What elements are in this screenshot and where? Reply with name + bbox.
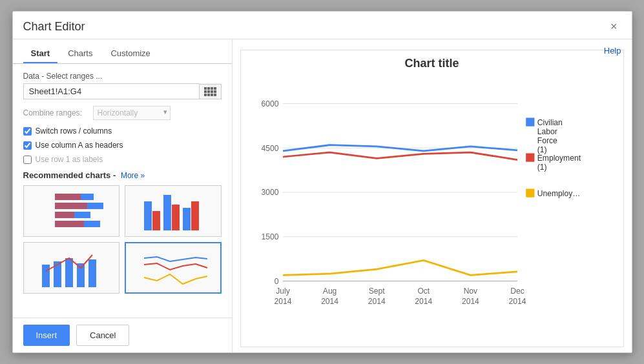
svg-text:Employment: Employment [537, 154, 581, 163]
switch-rows-row: Switch rows / columns [23, 126, 222, 136]
combine-select-wrapper[interactable]: Horizontally [93, 106, 171, 120]
thumb-2-svg [138, 188, 209, 234]
range-input[interactable] [23, 83, 200, 99]
combine-select[interactable]: Horizontally [93, 106, 171, 120]
help-link[interactable]: Help [604, 46, 621, 56]
dialog-header: Chart Editor × [13, 12, 632, 39]
svg-rect-18 [88, 259, 96, 287]
use-row-1-checkbox[interactable] [23, 156, 32, 164]
left-content: Data - Select ranges ... [13, 64, 232, 318]
chart-editor-dialog: Chart Editor × Start Charts Customize Da… [12, 11, 632, 353]
svg-text:2014: 2014 [321, 297, 338, 306]
thumb-1-svg [36, 188, 107, 234]
svg-rect-13 [191, 201, 199, 230]
svg-text:0: 0 [274, 277, 278, 286]
tab-customize[interactable]: Customize [103, 45, 158, 63]
insert-button[interactable]: Insert [23, 325, 70, 346]
dialog-title: Chart Editor [23, 20, 85, 34]
recommended-section: Recommended charts - More » [23, 170, 222, 294]
combine-row: Combine ranges: Horizontally [23, 106, 222, 120]
svg-rect-5 [55, 212, 74, 218]
svg-text:2014: 2014 [461, 297, 479, 306]
grid-select-button[interactable] [200, 84, 222, 99]
chart-thumb-3[interactable] [23, 242, 120, 294]
right-panel: Help Chart title 01500300045006000July20… [233, 39, 632, 352]
svg-rect-11 [172, 205, 180, 230]
svg-text:2014: 2014 [368, 297, 385, 306]
svg-text:Nov: Nov [463, 287, 477, 296]
svg-text:6000: 6000 [261, 99, 278, 108]
chart-thumb-1[interactable] [23, 185, 120, 237]
svg-text:Sept: Sept [368, 287, 385, 296]
chart-title: Chart title [404, 57, 459, 70]
svg-text:2014: 2014 [415, 297, 432, 306]
left-panel: Start Charts Customize Data - Select ran… [13, 39, 233, 352]
tab-start[interactable]: Start [23, 45, 58, 63]
svg-rect-9 [152, 211, 160, 230]
svg-text:Force: Force [537, 136, 557, 145]
svg-text:Labor: Labor [537, 127, 557, 136]
combine-label: Combine ranges: [23, 108, 88, 117]
use-row-1-row: Use row 1 as labels [23, 155, 222, 164]
chart-thumb-2[interactable] [125, 185, 222, 237]
thumb-4-svg [138, 245, 209, 290]
main-chart-svg: 01500300045006000July2014Aug2014Sept2014… [247, 73, 617, 340]
svg-rect-8 [144, 201, 152, 230]
svg-text:1500: 1500 [261, 232, 278, 241]
data-label: Data - Select ranges ... [23, 72, 222, 81]
cancel-button[interactable]: Cancel [76, 325, 129, 346]
close-button[interactable]: × [607, 19, 621, 34]
recommended-title: Recommended charts - More » [23, 170, 222, 180]
switch-rows-checkbox[interactable] [23, 127, 32, 136]
svg-rect-10 [163, 195, 171, 230]
svg-rect-14 [42, 265, 50, 287]
svg-rect-46 [526, 154, 534, 162]
svg-rect-16 [65, 258, 73, 287]
thumb-3-svg [36, 245, 107, 290]
svg-rect-3 [55, 203, 87, 209]
dialog-footer: Insert Cancel [13, 318, 232, 352]
switch-rows-label[interactable]: Switch rows / columns [36, 126, 112, 136]
svg-rect-7 [55, 221, 84, 227]
svg-rect-41 [526, 118, 534, 126]
svg-text:Dec: Dec [510, 287, 525, 296]
use-column-a-checkbox[interactable] [23, 141, 32, 150]
svg-text:2014: 2014 [508, 297, 526, 306]
svg-text:2014: 2014 [274, 297, 291, 306]
svg-text:3000: 3000 [261, 188, 278, 197]
svg-text:Aug: Aug [322, 287, 337, 296]
range-input-row [23, 83, 222, 99]
chart-area: Chart title 01500300045006000July2014Aug… [240, 50, 624, 347]
more-link[interactable]: More » [121, 171, 145, 180]
dialog-body: Start Charts Customize Data - Select ran… [13, 39, 632, 352]
use-column-a-label[interactable]: Use column A as headers [36, 141, 123, 150]
svg-text:Oct: Oct [417, 287, 430, 296]
use-row-1-label[interactable]: Use row 1 as labels [36, 155, 103, 164]
use-column-a-row: Use column A as headers [23, 141, 222, 150]
svg-text:Unemploy…: Unemploy… [537, 189, 580, 198]
chart-thumbnails [23, 185, 222, 294]
svg-text:July: July [276, 287, 290, 296]
tab-charts[interactable]: Charts [60, 45, 100, 63]
chart-thumb-4[interactable] [125, 242, 222, 294]
svg-text:Civilian: Civilian [537, 118, 562, 127]
svg-rect-49 [526, 189, 534, 197]
svg-rect-1 [55, 194, 81, 200]
svg-rect-12 [183, 208, 191, 230]
svg-text:(1): (1) [537, 163, 546, 172]
svg-text:4500: 4500 [261, 144, 278, 153]
tabs-bar: Start Charts Customize [13, 39, 232, 64]
grid-icon [204, 87, 216, 96]
